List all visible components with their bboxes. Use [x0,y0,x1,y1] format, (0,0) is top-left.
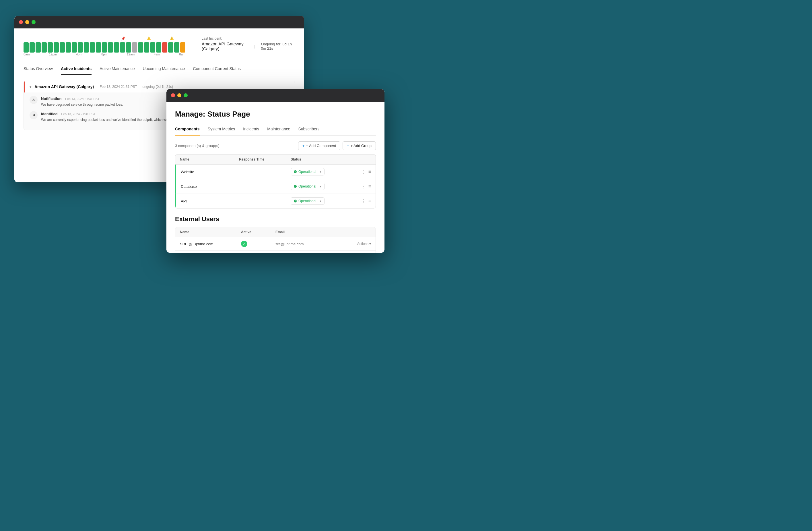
component-name-1: Database [181,184,239,189]
bar [84,42,89,53]
incident-time-range: Feb 13, 2024 21:31 PST — ongoing (0d 1h … [100,85,173,89]
component-meta: 3 component(s) & group(s) + + Add Compon… [175,141,376,150]
close-icon[interactable] [19,20,23,24]
maximize-icon-front[interactable] [184,93,188,97]
col-response-time: Response Time [239,157,291,162]
status-dot-1 [294,185,297,188]
row-actions-0: ⋮ ≡ [354,169,371,174]
manage-status-page-window: Manage: Status Page Components System Me… [166,89,385,253]
maximize-icon[interactable] [32,20,35,24]
manage-tab-incidents[interactable]: Incidents [243,124,259,136]
components-table-header: Name Response Time Status [175,154,376,165]
tab-active-maintenance[interactable]: Active Maintenance [100,64,134,75]
row-actions-2: ⋮ ≡ [354,198,371,204]
external-users-title: External Users [175,215,376,223]
status-badge-2: Operational ▾ [291,197,324,205]
user-name-0: SRE @ Uptime.com [180,242,241,246]
col-actions [354,157,371,162]
incident-label: Last Incident: [202,37,295,41]
user-row-1: Engineering @ Uptime.com ✓ eng@uptime.co… [175,251,376,253]
manage-tabs: Components System Metrics Incidents Main… [175,124,376,136]
components-table: Name Response Time Status Website Operat… [175,154,376,209]
time-label: 4am [154,53,160,56]
bar [66,42,71,53]
more-icon-0[interactable]: ⋮ [361,169,365,174]
minimize-icon-front[interactable] [177,93,182,97]
bar [35,42,41,53]
bar [78,42,83,53]
tab-component-status[interactable]: Component Current Status [193,64,241,75]
manage-tab-components[interactable]: Components [175,124,200,136]
drag-icon-2[interactable]: ≡ [368,198,371,204]
time-label: 12pm [49,53,57,56]
component-name-2: API [181,199,239,203]
bar [72,42,77,53]
titlebar-front [166,89,385,102]
bar [96,42,101,53]
status-page-tabs: Status Overview Active Incidents Active … [24,64,295,75]
entry-text-1: We are currently experiencing packet los… [41,117,178,122]
bar [174,42,179,53]
add-group-button[interactable]: + + Add Group [343,141,376,150]
status-dot-0 [294,170,297,173]
bar [54,42,59,53]
timeline-section: 📌 ⚠️ ⚠️ [24,37,185,53]
incident-info: Last Incident: Amazon API Gateway (Calga… [202,37,295,51]
user-col-active: Active [241,230,275,234]
chevron-down-icon[interactable]: ▾ [320,170,321,174]
bar-red [162,42,167,53]
tab-upcoming-maintenance[interactable]: Upcoming Maintenance [143,64,185,75]
time-label: 8am [179,53,185,56]
bar [60,42,65,53]
minimize-icon[interactable] [25,20,29,24]
entry-date-1: Feb 13, 2024 21:31 PST [61,112,96,116]
user-col-email: Email [275,230,336,234]
more-icon-2[interactable]: ⋮ [361,198,365,204]
warning-icon-2: ⚠️ [170,37,174,40]
user-row-0: SRE @ Uptime.com ✓ sre@uptime.com Action… [175,237,376,251]
user-col-actions [336,230,371,234]
page-title: Manage: Status Page [175,110,376,118]
actions-label-0: Actions [357,242,368,246]
component-count: 3 component(s) & group(s) [175,143,219,148]
more-icon-1[interactable]: ⋮ [361,184,365,189]
col-name: Name [180,157,239,162]
add-component-button[interactable]: + + Add Component [298,141,340,150]
drag-icon-1[interactable]: ≡ [368,184,371,189]
time-labels: 8am 12pm 4pm 8pm 12am 4am 8am [24,53,185,56]
warning-icon: ⚠️ [147,37,151,40]
component-actions: + + Add Component + + Add Group [298,141,376,150]
bar [120,42,125,53]
status-label-2: Operational [299,199,316,203]
actions-button-0[interactable]: Actions ▾ [336,242,371,246]
users-table-header: Name Active Email [175,227,376,237]
manage-tab-system-metrics[interactable]: System Metrics [208,124,235,136]
notification-icon: ⚠ [30,96,38,104]
actions-chevron-0: ▾ [369,242,371,246]
manage-tab-subscribers[interactable]: Subscribers [298,124,319,136]
status-label-1: Operational [299,184,316,188]
close-icon-front[interactable] [171,93,175,97]
incident-name: Amazon API Gateway (Calgary) [202,41,248,51]
bar-grey [132,42,137,53]
plus-icon-2: + [347,143,349,148]
bar [168,42,173,53]
col-status: Status [291,157,354,162]
bar [30,42,35,53]
tab-status-overview[interactable]: Status Overview [24,64,53,75]
chevron-down-icon-1[interactable]: ▾ [320,185,321,188]
add-group-label: + Add Group [351,143,372,148]
tab-active-incidents[interactable]: Active Incidents [61,64,91,75]
time-label: 4pm [76,53,82,56]
chevron-down-icon-2[interactable]: ▾ [320,199,321,203]
users-table: Name Active Email SRE @ Uptime.com ✓ sre… [175,227,376,253]
bar [138,42,143,53]
entry-date-0: Feb 13, 2024 21:31 PST [65,97,100,100]
entry-text-0: We have degraded service through some pa… [41,102,123,107]
bar [156,42,161,53]
bar [102,42,107,53]
manage-tab-maintenance[interactable]: Maintenance [267,124,290,136]
active-check-0: ✓ [241,241,247,247]
drag-icon-0[interactable]: ≡ [368,169,371,174]
bar [48,42,53,53]
